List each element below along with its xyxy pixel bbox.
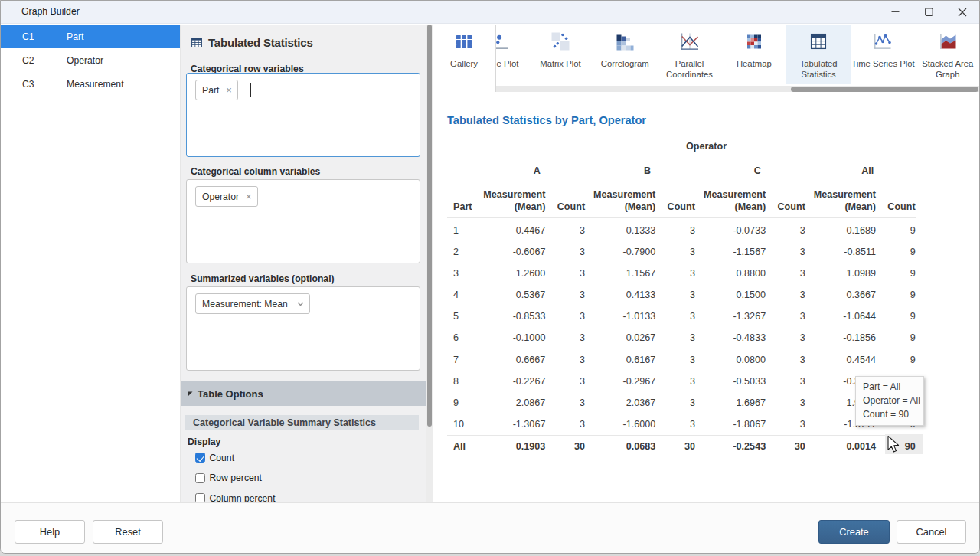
- gallery-item[interactable]: Parallel Coordinates: [657, 25, 721, 84]
- dialog-footer: Help Reset Create Cancel: [1, 502, 979, 554]
- measurement-mean-header: Measurement(Mean): [585, 185, 655, 218]
- gallery-item[interactable]: Matrix Plot: [528, 25, 593, 84]
- mean-value: 2.0867: [474, 392, 545, 414]
- minimize-button[interactable]: [878, 1, 912, 23]
- collapse-triangle-icon: [188, 391, 193, 397]
- value-plot-icon: [496, 34, 510, 52]
- help-button[interactable]: Help: [15, 520, 85, 544]
- count-value: 3: [545, 371, 585, 392]
- gallery-item-label: Matrix Plot: [528, 58, 593, 69]
- checkbox[interactable]: [195, 453, 205, 463]
- gallery-item[interactable]: Heatmap: [722, 25, 786, 84]
- summarized-variables-box[interactable]: Measurement: Mean: [186, 286, 420, 371]
- panel-scrollbar-thumb[interactable]: [427, 25, 432, 427]
- count-value: 3: [545, 306, 585, 327]
- gallery-item-label: e Plot: [497, 58, 519, 69]
- display-option-row[interactable]: Column percent: [195, 493, 276, 502]
- checkbox-label: Column percent: [210, 493, 276, 502]
- tabulated-statistics-table: OperatorABCAllPartMeasurement(Mean)Count…: [447, 136, 916, 457]
- column-name: Measurement: [67, 79, 124, 90]
- matrix-plot-icon: [528, 32, 593, 51]
- count-value: 3: [655, 306, 695, 327]
- output-title: Tabulated Statistics by Part, Operator: [447, 114, 646, 126]
- gallery-scrollbar-thumb[interactable]: [791, 87, 978, 92]
- column-variables-box[interactable]: Operator ×: [186, 179, 420, 263]
- count-value: 9: [876, 284, 916, 306]
- gallery-item-label: Time Series Plot: [851, 58, 915, 69]
- gallery-scrollbar[interactable]: [496, 86, 980, 92]
- column-variables-label: Categorical column variables: [191, 166, 320, 177]
- mean-value: 0.0800: [695, 349, 766, 371]
- table-options-header[interactable]: Table Options: [181, 381, 426, 406]
- mouse-cursor: [887, 435, 901, 455]
- panel-scrollbar[interactable]: [426, 25, 433, 502]
- count-header: Count: [766, 185, 805, 218]
- display-option-row[interactable]: Count: [195, 453, 234, 463]
- count-value: 30: [655, 435, 695, 457]
- variable-chip[interactable]: Part ×: [195, 80, 238, 100]
- sidebar-column-row[interactable]: C3 Measurement: [1, 73, 180, 96]
- part-row-label: 8: [447, 371, 474, 392]
- gallery-item-label: Correlogram: [593, 58, 657, 69]
- gallery-home-tile[interactable]: Gallery: [433, 25, 496, 93]
- mean-value: -0.1000: [474, 327, 545, 348]
- cancel-button[interactable]: Cancel: [897, 520, 966, 544]
- mean-value: -0.7900: [585, 241, 655, 263]
- preview-area: Tabulated Statistics by Part, Operator O…: [433, 92, 980, 502]
- reset-button[interactable]: Reset: [93, 520, 163, 544]
- count-value: 9: [876, 349, 916, 371]
- gallery-item[interactable]: Time Series Plot: [851, 25, 915, 84]
- gallery-grid-icon: [433, 32, 495, 51]
- measurement-mean-header: Measurement(Mean): [474, 185, 545, 218]
- mean-value: 0.6667: [474, 349, 545, 371]
- gallery-item[interactable]: Stacked Area Graph: [916, 25, 980, 84]
- checkbox[interactable]: [195, 493, 205, 502]
- mean-value: 0.0014: [805, 435, 876, 457]
- column-name: Operator: [67, 55, 103, 66]
- tooltip-line: Part = All: [863, 380, 923, 394]
- count-value: 3: [766, 241, 805, 263]
- mean-value: 0.6167: [585, 349, 655, 371]
- mean-value: 1.2600: [474, 263, 545, 284]
- close-button[interactable]: [946, 1, 979, 23]
- count-value: 3: [545, 263, 585, 284]
- chip-label: Operator: [202, 191, 239, 202]
- mean-value: -1.3267: [695, 306, 766, 327]
- correlogram-icon: [593, 32, 657, 51]
- variable-chip[interactable]: Operator ×: [195, 186, 258, 207]
- checkbox[interactable]: [195, 473, 205, 483]
- remove-chip-icon[interactable]: ×: [246, 191, 252, 201]
- builder-panel: Tabulated Statistics Categorical row var…: [181, 25, 426, 502]
- maximize-button[interactable]: [912, 1, 946, 23]
- cell-tooltip: Part = All Operator = All Count = 90: [855, 376, 924, 426]
- group-header: A: [482, 165, 593, 176]
- row-variables-box[interactable]: Part ×: [186, 73, 420, 157]
- graph-builder-dialog: Graph Builder C1 Part C2 Operator C3 Mea…: [0, 0, 980, 554]
- count-value: 3: [545, 349, 585, 371]
- gallery-item[interactable]: Tabulated Statistics: [786, 25, 851, 84]
- count-value: 3: [655, 327, 695, 348]
- mean-value: 1.1567: [585, 263, 655, 284]
- count-value: 3: [655, 220, 695, 241]
- sidebar-column-row[interactable]: C2 Operator: [1, 48, 180, 72]
- count-value: 9: [876, 220, 916, 241]
- main-area: Gallery e Plot Matrix Plot Correlogram P…: [433, 25, 980, 502]
- count-value: 9: [876, 327, 916, 348]
- gallery-item-label: Stacked Area Graph: [916, 58, 980, 80]
- gallery-item[interactable]: e Plot: [496, 25, 528, 84]
- summarized-variables-label: Summarized variables (optional): [191, 273, 335, 284]
- group-header: C: [702, 165, 812, 176]
- display-option-row[interactable]: Row percent: [195, 473, 262, 483]
- count-value: 3: [655, 263, 695, 284]
- mean-value: 0.3667: [805, 284, 876, 306]
- create-button[interactable]: Create: [818, 520, 890, 544]
- heatmap-icon: [722, 32, 786, 51]
- mean-value: -0.8533: [474, 306, 545, 327]
- sidebar-column-row[interactable]: C1 Part: [1, 25, 180, 48]
- remove-chip-icon[interactable]: ×: [226, 85, 232, 95]
- part-row-label: 7: [447, 349, 474, 371]
- mean-value: -0.1856: [805, 327, 876, 348]
- column-dimension-header: Operator: [485, 141, 926, 152]
- summarized-variable-dropdown[interactable]: Measurement: Mean: [195, 293, 310, 314]
- gallery-item[interactable]: Correlogram: [593, 25, 657, 84]
